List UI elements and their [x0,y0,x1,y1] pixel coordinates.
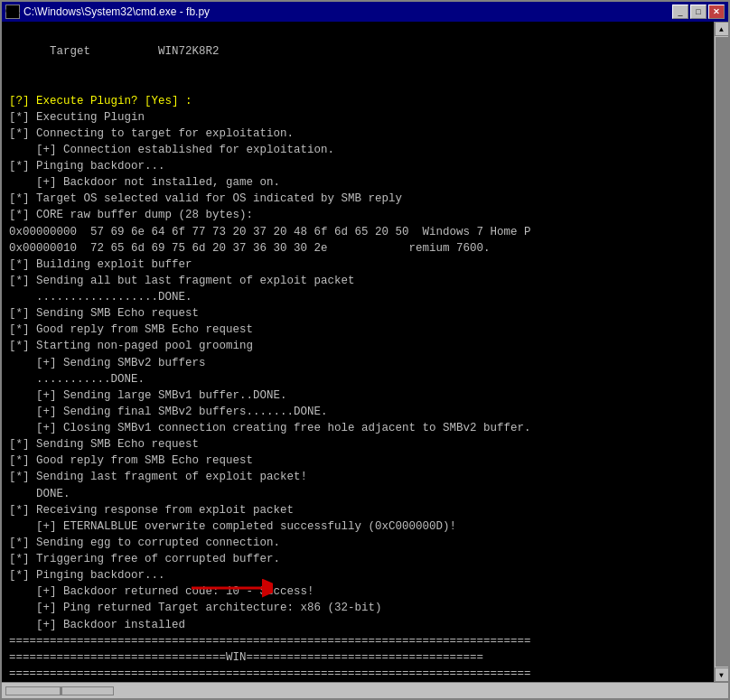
console-line: ...........DONE. [9,373,145,386]
console-area: Target WIN72K8R2 [?] Execute Plugin? [Ye… [2,22,728,682]
console-line: [*] CORE raw buffer dump (28 bytes): [9,209,253,221]
header-line: Target WIN72K8R2 [50,45,220,58]
console-line: ================================WIN=====… [9,651,483,664]
console-line: 0x00000000 57 69 6e 64 6f 77 73 20 37 20… [9,226,531,238]
console-line: [*] Building exploit buffer [9,258,192,271]
scroll-down-button[interactable]: ▼ [715,667,729,682]
console-line: [+] Closing SMBv1 connection creating fr… [9,422,531,434]
console-line: [*] Good reply from SMB Echo request [9,454,253,467]
minimize-button[interactable]: _ [672,5,688,19]
console-line: [+] Connection established for exploitat… [9,144,334,156]
window-title: C:\Windows\System32\cmd.exe - fb.py [23,5,210,18]
red-arrow-icon [192,575,273,601]
window-icon: C:\ [5,5,20,19]
console-line: [*] Sending SMB Echo request [9,438,199,451]
console-line: DONE. [9,488,70,500]
console-line: [*] Executing Plugin [9,111,145,124]
console-line: [?] Execute Plugin? [Yes] : [9,95,192,107]
console-line: [+] Ping returned Target architecture: x… [9,602,382,614]
console-output: Target WIN72K8R2 [?] Execute Plugin? [Ye… [9,27,721,682]
console-line: [*] Sending last fragment of exploit pac… [9,471,307,483]
console-line: [+] ETERNALBLUE overwrite completed succ… [9,520,456,533]
console-line: ========================================… [9,635,531,648]
console-line: [*] Pinging backdoor... [9,160,165,173]
console-line: [*] Receiving response from exploit pack… [9,504,294,517]
vertical-scrollbar[interactable]: ▲ ▼ [714,22,728,682]
console-line: [*] Target OS selected valid for OS indi… [9,192,402,205]
title-bar-left: C:\ C:\Windows\System32\cmd.exe - fb.py [5,5,210,19]
console-line: ========================================… [9,667,531,680]
console-line: [+] Sending final SMBv2 buffers.......DO… [9,406,328,418]
console-line: [*] Pinging backdoor... [9,569,165,582]
status-bar [2,682,728,698]
console-line: [*] Starting non-paged pool grooming [9,340,253,352]
scroll-up-button[interactable]: ▲ [715,22,729,36]
title-buttons: _ □ ✕ [672,5,725,19]
console-line: [*] Sending all but last fragment of exp… [9,275,355,287]
close-button[interactable]: ✕ [708,5,725,19]
console-line: [*] Sending SMB Echo request [9,307,199,320]
console-line: [*] Connecting to target for exploitatio… [9,127,294,140]
scroll-thumb[interactable] [716,37,728,667]
console-line: [+] Backdoor not installed, game on. [9,176,280,189]
console-line: [*] Triggering free of corrupted buffer. [9,553,280,565]
console-line: 0x00000010 72 65 6d 69 75 6d 20 37 36 30… [9,242,491,255]
console-line: [+] Sending SMBv2 buffers [9,357,206,369]
console-line: [*] Sending egg to corrupted connection. [9,537,280,549]
maximize-button[interactable]: □ [690,5,707,19]
console-line: [*] Good reply from SMB Echo request [9,323,253,336]
console-line: [+] Backdoor installed [9,619,185,631]
scroll-indicator [5,686,114,695]
console-line: [+] Sending large SMBv1 buffer..DONE. [9,389,287,402]
title-bar: C:\ C:\Windows\System32\cmd.exe - fb.py … [2,2,728,22]
console-line: ..................DONE. [9,291,192,303]
cmd-window: C:\ C:\Windows\System32\cmd.exe - fb.py … [0,0,730,700]
